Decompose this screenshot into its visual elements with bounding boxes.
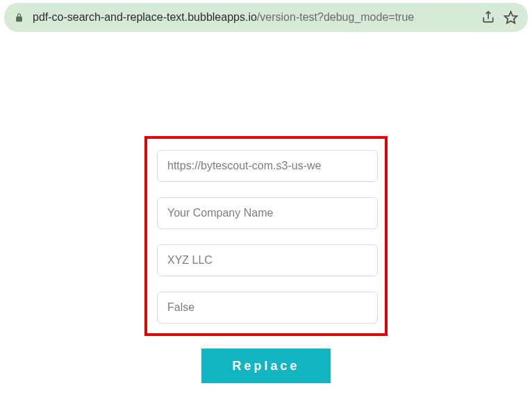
- source-url-input[interactable]: [157, 150, 378, 182]
- search-text-input[interactable]: [157, 197, 378, 229]
- svg-marker-0: [505, 11, 517, 23]
- page-content: Replace: [0, 32, 532, 383]
- flag-input[interactable]: [157, 292, 378, 324]
- share-icon[interactable]: [481, 10, 495, 24]
- replace-text-input[interactable]: [157, 244, 378, 276]
- star-icon[interactable]: [504, 10, 518, 25]
- browser-address-bar[interactable]: pdf-co-search-and-replace-text.bubbleapp…: [4, 3, 528, 32]
- form-highlight-box: [144, 136, 388, 336]
- replace-button[interactable]: Replace: [201, 348, 331, 383]
- url-display: pdf-co-search-and-replace-text.bubbleapp…: [33, 11, 473, 24]
- lock-icon: [14, 12, 24, 23]
